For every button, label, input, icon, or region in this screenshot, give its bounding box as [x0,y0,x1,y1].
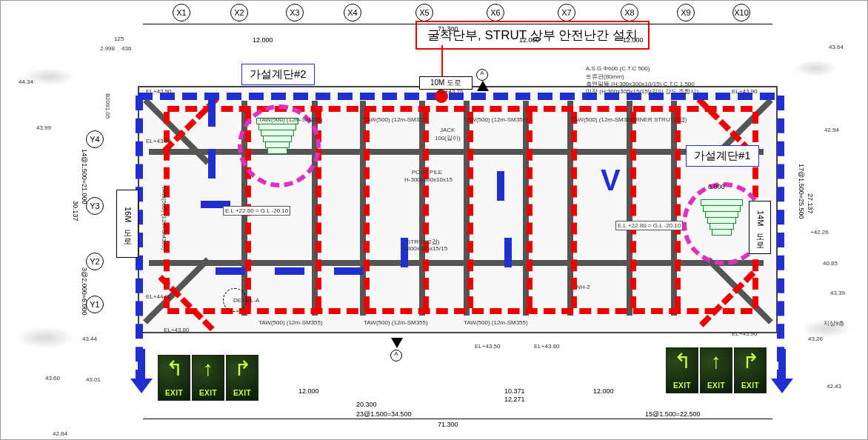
dim-pitch15: 15@1.500=22.500 [645,410,700,418]
blue-arrow-down [130,349,153,393]
spot-el: 43.01 [86,376,101,383]
dim-line [143,419,772,419]
spot-dim: B2091.05 [104,93,111,119]
dim-w6: 10.371 [504,387,525,395]
dim-h1: 14@1.500=21.000 [81,149,88,204]
taw-label: TAW(500) (12m-SM355) [258,319,323,326]
exit-text: EXIT [233,389,251,397]
el-label: EL+44.00 [146,293,171,300]
el-label: EL+43.80 [534,343,559,350]
arrow-turn-right-icon: ↱ [742,351,759,372]
arrow-up-icon: ↑ [711,351,721,372]
spot-el: 43.39 [830,290,845,296]
dim-w1t3: 12.000 [623,36,644,44]
grid-y4: Y4 [86,130,104,148]
exit-text: EXIT [165,389,183,397]
taw-label: TAW(500) (12m-SM355) [464,319,528,326]
smudge [793,60,838,76]
arrow-up-icon: ↑ [203,359,213,379]
grid-y3: Y3 [86,197,104,215]
exit-panel-right: ↱EXIT [226,355,258,401]
blue-path [334,267,364,275]
grid-x2: X2 [230,4,248,21]
el-label: EL+43.90 [732,88,757,95]
floor-label: 지상9층 [824,319,844,327]
red-strut-overlay [364,112,370,308]
dim-h3: 17@1.500=25.500 [798,164,805,219]
el-label: EL+43.50 [475,343,500,350]
temp-stair-1 [701,199,745,244]
exit-text: EXIT [707,381,725,390]
blue-path [777,96,784,384]
taw-label: TAW(500) (12m-SM355) [364,319,428,326]
grid-x5: X5 [415,4,433,21]
dim-w1t: 12.000 [253,36,273,44]
drawing-canvas: X1 X2 X3 X4 X5 X6 X7 X8 X9 X10 Y4 Y3 Y2 … [0,0,868,440]
exit-panel-left: ↰EXIT [666,347,698,393]
dim-w5: 12.000 [593,387,614,395]
note-strut-spec: H-300x305x15/15 [401,245,447,252]
note-corner: CORNER STRUT(2겹) [627,116,687,124]
exit-panel-right: ↱EXIT [734,347,767,393]
dim-h2: 3@2.000=6.000 [81,267,88,315]
arrow-turn-left-icon: ↰ [166,359,183,379]
taw-label-v: TAW(500) (12m-SM355) [161,186,167,250]
detail-a-circle [223,288,247,312]
strut-horizontal [149,260,764,266]
blue-path [216,267,245,275]
note-postpile-spec: H-300x300x10x15 [404,176,453,183]
spot-el: 42.94 [824,127,839,133]
spot-dim: 125 [114,36,124,42]
spot-el: 44.34 [19,79,33,85]
exit-panel-left: ↰EXIT [158,355,190,401]
dim-total-w: 71.300 [438,421,458,428]
red-strut-overlay [467,112,473,308]
dim-6000: 6.000 [708,183,725,190]
stair1-label: 가설계단#1 [686,145,759,167]
exit-text: EXIT [673,381,691,390]
grid-x8: X8 [621,4,638,21]
note-postpile: POST PILE [412,169,442,176]
spot-el: 43.99 [36,124,51,131]
blue-v-mark: V [601,164,621,197]
section-arrow-a-icon [477,81,489,91]
smudge [16,327,75,349]
el-label: EL+43.80 [164,327,189,333]
el-label: EL+43.90 [146,88,171,95]
grid-x9: X9 [677,4,695,21]
road-text: 14M 도로 [755,210,766,244]
blue-path [497,171,504,201]
dim-total-h: 30.137 [72,201,79,221]
spot-el: +42.26 [810,229,829,236]
label-text: 가설계단#1 [694,149,751,161]
red-strut-overlay [423,112,429,308]
grid-y1: Y1 [86,296,104,313]
exit-panel-up: ↑EXIT [700,347,732,393]
spot-el: 40.85 [823,260,838,267]
exit-panel-up: ↑EXIT [192,355,224,401]
red-strut-overlay [675,112,681,308]
section-arrow-a-icon [391,338,403,348]
arrow-turn-right-icon: ↱ [234,359,251,379]
spot-dim: 2.998 [100,45,115,52]
spot-el: 43.64 [829,44,844,50]
taw-label: TAW(500) (12m-SM355) [258,116,323,123]
gl-label: E.L +22.80 = G.L -20.10 [223,206,290,216]
grid-x1: X1 [173,4,190,21]
label-text: 가설계단#2 [250,67,307,80]
road-text: 10M 도로 [430,78,461,88]
el-label: EL+43.76 [438,88,463,95]
blue-path [504,238,512,267]
red-strut-overlay [527,112,533,308]
blue-path [275,267,304,275]
dim-w2: 12.000 [298,387,319,395]
taw-label: TAW(500) (12m-SM355) [464,116,528,123]
note-jack: JACK [440,127,455,133]
dim-w1t2: 12.000 [519,36,540,44]
grid-x7: X7 [558,4,575,21]
stair2-label: 가설계단#2 [241,64,315,85]
el-label: EL+43.80 [146,138,171,144]
note-hbeam: 띠장 (H:300x305x15/15)(길이 강도 조합시) [586,87,698,96]
spot-el: 43.60 [45,375,60,381]
note-jack-dim: 100(길이) [435,134,461,142]
